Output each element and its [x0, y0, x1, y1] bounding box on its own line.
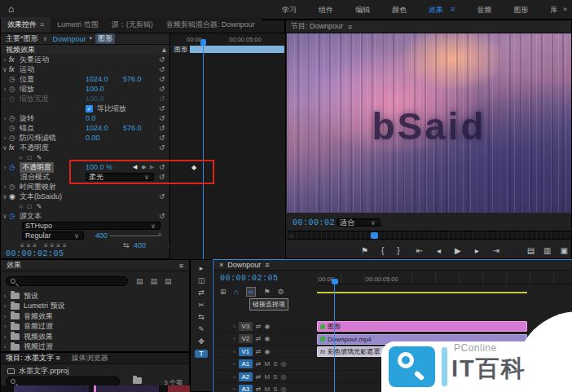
ellipse-mask-icon[interactable]: ○: [19, 203, 23, 210]
mark-out-icon[interactable]: }: [397, 246, 399, 255]
tab-media-browser[interactable]: 媒体浏览器: [72, 353, 108, 363]
sync-lock-icon[interactable]: ⇄: [256, 360, 262, 368]
reset-icon[interactable]: ↺: [159, 104, 165, 112]
reset-icon[interactable]: ↺: [159, 212, 165, 220]
track-name-a2[interactable]: A2: [239, 372, 253, 381]
reset-icon[interactable]: ↺: [159, 75, 165, 83]
reset-icon[interactable]: ↺: [159, 114, 165, 122]
type-tool-icon[interactable]: T: [195, 350, 208, 358]
workspace-overflow-icon[interactable]: »: [563, 5, 567, 13]
solo-button[interactable]: S: [273, 373, 277, 381]
chevron-right-icon[interactable]: ›: [1, 134, 9, 142]
slip-tool-icon[interactable]: ⇆: [198, 313, 205, 321]
timeline-tab-label[interactable]: Downpour: [227, 261, 261, 269]
lock-icon[interactable]: ▫: [233, 323, 235, 330]
mark-in-icon[interactable]: {: [381, 246, 384, 255]
folder-video-effects[interactable]: ›视频效果: [1, 332, 191, 342]
panel-menu-icon[interactable]: ≡: [40, 20, 44, 29]
chevron-down-icon[interactable]: ∨: [1, 66, 9, 73]
pen-mask-icon[interactable]: ✎: [37, 203, 42, 210]
chevron-right-icon[interactable]: ›: [1, 86, 9, 93]
home-icon[interactable]: ⌂: [8, 3, 14, 15]
chevron-right-icon[interactable]: ›: [1, 56, 9, 64]
position-x-value[interactable]: 1024.0: [86, 75, 108, 83]
folder-video-transitions[interactable]: ›视频过渡: [1, 342, 191, 353]
track-name-a1[interactable]: A1: [239, 359, 253, 368]
eye-icon[interactable]: ◉: [265, 335, 271, 342]
32bit-effects-filter-icon[interactable]: ▤: [151, 277, 158, 285]
eye-icon[interactable]: ◉: [9, 192, 20, 200]
solo-button[interactable]: S: [273, 360, 277, 368]
reset-icon[interactable]: ↺: [159, 65, 165, 73]
workspace-effects[interactable]: 效果: [429, 5, 443, 15]
step-back-icon[interactable]: ◂: [437, 246, 441, 255]
rect-mask-icon[interactable]: □: [28, 203, 32, 210]
workspace-libraries[interactable]: 库: [550, 5, 557, 15]
reset-icon[interactable]: ↺: [159, 85, 165, 93]
align-center-icon[interactable]: ≡: [27, 242, 31, 249]
anchor-y-value[interactable]: 576.0: [123, 124, 142, 132]
chevron-right-icon[interactable]: ›: [1, 333, 9, 341]
justify-full-icon[interactable]: ≡: [63, 242, 67, 249]
accelerated-effects-filter-icon[interactable]: ▤: [136, 277, 143, 285]
new-bin-icon[interactable]: [133, 377, 142, 384]
eye-icon[interactable]: ◉: [265, 323, 271, 330]
scale-value[interactable]: 100.0: [86, 85, 104, 93]
program-video-frame[interactable]: bSaid: [287, 33, 571, 213]
extract-icon[interactable]: ▥: [543, 246, 551, 255]
ec-timecode[interactable]: 00:00:02:05: [6, 249, 64, 258]
lock-icon[interactable]: ▫: [233, 348, 235, 355]
stopwatch-icon[interactable]: ◷: [9, 124, 20, 132]
sync-lock-icon[interactable]: ⇄: [256, 348, 262, 355]
justify-center-icon[interactable]: ≡: [51, 242, 55, 249]
project-thumbnail[interactable]: [168, 385, 191, 392]
yuv-effects-filter-icon[interactable]: ▤: [165, 277, 172, 285]
chevron-right-icon[interactable]: ›: [1, 302, 9, 310]
voiceover-record-icon[interactable]: ◎: [281, 385, 287, 392]
chevron-down-icon[interactable]: ∨: [1, 213, 9, 220]
collapse-icon[interactable]: ▲: [161, 46, 168, 54]
slider-handle[interactable]: ○: [158, 231, 161, 237]
tab-audio-clip-mixer[interactable]: 音频剪辑混合器: Downpour: [160, 17, 262, 33]
chevron-right-icon[interactable]: ›: [1, 183, 9, 191]
reset-icon[interactable]: ↺: [159, 143, 165, 152]
folder-lumetri-presets[interactable]: ›Lumetri 预设: [1, 302, 191, 312]
chevron-down-icon[interactable]: ∨: [1, 193, 9, 200]
rect-mask-icon[interactable]: □: [28, 154, 32, 161]
pen-tool-icon[interactable]: ✎: [198, 325, 205, 333]
font-size-slider[interactable]: [110, 236, 159, 236]
track-name-v1[interactable]: V1: [239, 347, 253, 356]
panel-menu-icon[interactable]: ≡: [348, 23, 352, 31]
align-right-icon[interactable]: ≡: [33, 242, 37, 249]
linked-selection-icon[interactable]: ∞: [246, 287, 256, 297]
keyframe-lane[interactable]: 00:00 00:00:05:00 图形 ◆: [169, 33, 286, 260]
project-thumbnail[interactable]: [14, 385, 89, 392]
export-frame-icon[interactable]: ▣: [561, 246, 568, 255]
anchor-x-value[interactable]: 1024.0: [86, 124, 108, 132]
tab-source-monitor[interactable]: 源：(无剪辑): [105, 17, 160, 33]
position-y-value[interactable]: 576.0: [123, 75, 142, 83]
program-title[interactable]: 节目: Downpour: [291, 21, 343, 32]
timeline-timecode[interactable]: 00:00:02:05: [220, 274, 279, 283]
tab-effect-controls[interactable]: 效果控件≡: [1, 17, 51, 33]
workspace-menu-icon[interactable]: ≡: [451, 5, 455, 15]
font-style-dropdown[interactable]: Regular ∨: [22, 231, 84, 240]
master-clip-label[interactable]: 主要*图形: [6, 33, 38, 44]
stopwatch-icon[interactable]: ◷: [9, 134, 20, 142]
font-size-value[interactable]: 400: [95, 231, 108, 240]
zoom-fit-dropdown[interactable]: 适合 ∨: [337, 218, 381, 227]
eye-icon[interactable]: ◉: [265, 348, 271, 355]
reset-icon[interactable]: ↺: [159, 192, 165, 200]
track-select-tool-icon[interactable]: ◫: [198, 276, 205, 284]
ripple-edit-tool-icon[interactable]: ⇄: [198, 288, 205, 297]
justify-left-icon[interactable]: ≡: [44, 242, 48, 249]
step-forward-icon[interactable]: ▸: [475, 246, 479, 255]
hand-tool-icon[interactable]: ✥: [198, 337, 205, 346]
mute-button[interactable]: M: [265, 385, 271, 392]
timeline-playhead-marker[interactable]: [332, 279, 338, 284]
clip-graphic[interactable]: 图形: [317, 321, 527, 332]
stopwatch-icon[interactable]: ◷: [9, 85, 20, 93]
go-to-out-icon[interactable]: ⇥: [493, 246, 499, 255]
workspace-learning[interactable]: 学习: [282, 5, 297, 15]
nest-sequence-icon[interactable]: ⊞: [220, 288, 227, 296]
